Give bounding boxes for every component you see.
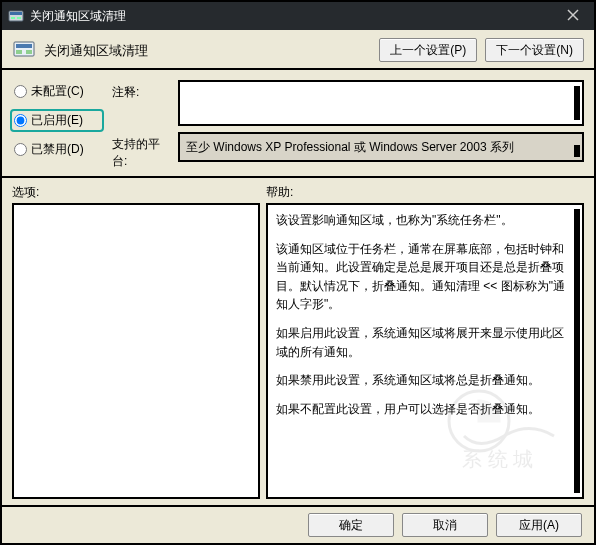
- radio-enabled-label: 已启用(E): [31, 112, 83, 129]
- svg-rect-1: [10, 12, 22, 15]
- ok-button[interactable]: 确定: [308, 513, 394, 537]
- radio-enabled[interactable]: 已启用(E): [12, 111, 102, 130]
- help-paragraph: 如果启用此设置，系统通知区域将展开来显示使用此区域的所有通知。: [276, 324, 568, 361]
- options-pane: [12, 203, 260, 499]
- svg-rect-8: [16, 50, 22, 54]
- scrollbar-icon[interactable]: [574, 145, 580, 157]
- apply-button[interactable]: 应用(A): [496, 513, 582, 537]
- help-paragraph: 该通知区域位于任务栏，通常在屏幕底部，包括时钟和当前通知。此设置确定是总是展开项…: [276, 240, 568, 314]
- help-paragraph: 如果不配置此设置，用户可以选择是否折叠通知。: [276, 400, 568, 419]
- header-title: 关闭通知区域清理: [44, 38, 148, 60]
- window-title: 关闭通知区域清理: [30, 8, 126, 25]
- dialog-footer: 确定 取消 应用(A): [2, 505, 594, 543]
- close-icon: [567, 9, 579, 21]
- help-paragraph: 如果禁用此设置，系统通知区域将总是折叠通知。: [276, 371, 568, 390]
- radio-not-configured-label: 未配置(C): [31, 83, 84, 100]
- client-area: 关闭通知区域清理 上一个设置(P) 下一个设置(N) 未配置(C) 已启用(E): [2, 30, 594, 543]
- close-button[interactable]: [558, 5, 588, 25]
- cancel-button[interactable]: 取消: [402, 513, 488, 537]
- help-label: 帮助:: [266, 184, 584, 201]
- policy-editor-dialog: 关闭通知区域清理 关闭通知区域清理 上一个设置(P) 下: [0, 0, 596, 545]
- options-label: 选项:: [12, 184, 266, 201]
- titlebar: 关闭通知区域清理: [2, 2, 594, 30]
- header-panel: 关闭通知区域清理 上一个设置(P) 下一个设置(N): [2, 30, 594, 70]
- scrollbar-icon[interactable]: [574, 86, 580, 120]
- state-radio-group: 未配置(C) 已启用(E) 已禁用(D): [12, 80, 102, 170]
- platform-label: 支持的平台:: [112, 132, 172, 170]
- app-icon: [8, 8, 24, 24]
- settings-panel: 未配置(C) 已启用(E) 已禁用(D) 注释:: [2, 70, 594, 178]
- section-labels: 选项: 帮助:: [2, 178, 594, 203]
- content-panes: 该设置影响通知区域，也称为"系统任务栏"。 该通知区域位于任务栏，通常在屏幕底部…: [2, 203, 594, 505]
- policy-icon: [12, 38, 36, 62]
- platform-value: 至少 Windows XP Professional 或 Windows Ser…: [186, 139, 514, 156]
- radio-disabled-input[interactable]: [14, 143, 27, 156]
- previous-setting-button[interactable]: 上一个设置(P): [379, 38, 477, 62]
- next-setting-button[interactable]: 下一个设置(N): [485, 38, 584, 62]
- svg-rect-2: [11, 17, 15, 19]
- help-paragraph: 该设置影响通知区域，也称为"系统任务栏"。: [276, 211, 568, 230]
- scrollbar-icon[interactable]: [574, 209, 580, 493]
- radio-enabled-input[interactable]: [14, 114, 27, 127]
- radio-disabled-label: 已禁用(D): [31, 141, 84, 158]
- radio-not-configured[interactable]: 未配置(C): [12, 82, 102, 101]
- svg-rect-9: [26, 50, 32, 54]
- radio-disabled[interactable]: 已禁用(D): [12, 140, 102, 159]
- comment-label: 注释:: [112, 80, 172, 101]
- help-pane: 该设置影响通知区域，也称为"系统任务栏"。 该通知区域位于任务栏，通常在屏幕底部…: [266, 203, 584, 499]
- svg-rect-3: [17, 17, 21, 19]
- comment-field[interactable]: [178, 80, 584, 126]
- supported-platform-field: 至少 Windows XP Professional 或 Windows Ser…: [178, 132, 584, 162]
- radio-not-configured-input[interactable]: [14, 85, 27, 98]
- svg-rect-7: [16, 44, 32, 48]
